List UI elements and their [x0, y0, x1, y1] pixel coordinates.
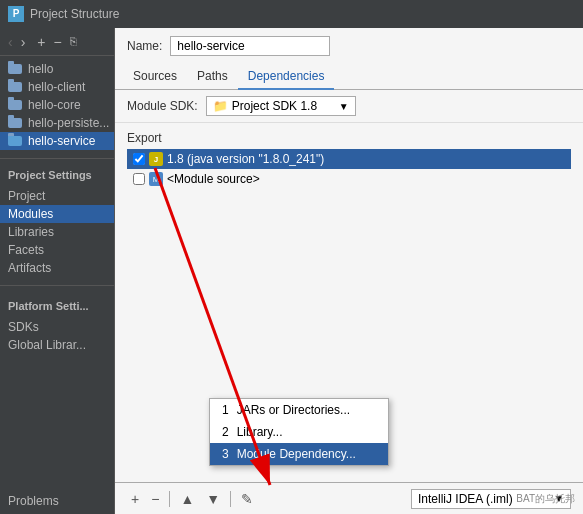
popup-item-jars[interactable]: 1 JARs or Directories... — [210, 399, 388, 421]
watermark: BAT的乌托邦 — [516, 492, 575, 506]
project-settings-nav: Project Modules Libraries Facets Artifac… — [0, 183, 114, 281]
divider-2 — [0, 285, 114, 286]
sidebar-item-project[interactable]: Project — [0, 187, 114, 205]
toolbar-separator-2 — [230, 491, 231, 507]
tab-paths[interactable]: Paths — [187, 64, 238, 90]
sidebar-item-artifacts[interactable]: Artifacts — [0, 259, 114, 277]
sidebar-item-libraries[interactable]: Libraries — [0, 223, 114, 241]
app-icon: P — [8, 6, 24, 22]
module-tree-item-hello-persistence[interactable]: hello-persiste... — [0, 114, 114, 132]
popup-item-library-num: 2 — [222, 425, 229, 439]
move-up-button[interactable]: ▲ — [176, 489, 198, 509]
jdk-icon: J — [149, 152, 163, 166]
dep-jdk-label: 1.8 (java version "1.8.0_241") — [167, 152, 324, 166]
remove-module-button[interactable]: − — [52, 35, 64, 49]
nav-toolbar: ‹ › + − ⎘ — [0, 28, 114, 56]
add-dependency-button[interactable]: + — [127, 489, 143, 509]
tab-sources[interactable]: Sources — [123, 64, 187, 90]
project-settings-section: Project Settings Project Modules Librari… — [0, 163, 114, 281]
module-tree-item-hello[interactable]: hello — [0, 60, 114, 78]
popup-item-module-dep[interactable]: 3 Module Dependency... — [210, 443, 388, 465]
module-tree-item-hello-service[interactable]: hello-service — [0, 132, 114, 150]
sdk-row: Module SDK: 📁 Project SDK 1.8 ▼ — [115, 90, 583, 123]
bottom-toolbar: + − ▲ ▼ ✎ IntelliJ IDEA (.iml) ▼ — [115, 482, 583, 514]
module-tree-item-hello-client[interactable]: hello-client — [0, 78, 114, 96]
nav-forward-button[interactable]: › — [19, 35, 28, 49]
scope-label: IntelliJ IDEA (.iml) — [418, 492, 513, 506]
nav-back-button[interactable]: ‹ — [6, 35, 15, 49]
platform-settings-header: Platform Setti... — [0, 294, 114, 314]
export-label: Export — [127, 131, 571, 145]
add-module-button[interactable]: + — [35, 35, 47, 49]
dependency-list: J 1.8 (java version "1.8.0_241") M <Modu… — [127, 149, 571, 189]
module-tree: hello hello-client hello-core hello-pers… — [0, 56, 114, 154]
project-settings-header: Project Settings — [0, 163, 114, 183]
sidebar-item-modules[interactable]: Modules — [0, 205, 114, 223]
divider-1 — [0, 158, 114, 159]
popup-menu: 1 JARs or Directories... 2 Library... 3 … — [209, 398, 389, 466]
sdk-value: Project SDK 1.8 — [232, 99, 317, 113]
sdk-dropdown-arrow-icon: ▼ — [339, 101, 349, 112]
popup-item-jars-label: JARs or Directories... — [237, 403, 350, 417]
sidebar-item-global-libraries[interactable]: Global Librar... — [0, 336, 114, 354]
sdk-label: Module SDK: — [127, 99, 198, 113]
remove-dependency-button[interactable]: − — [147, 489, 163, 509]
popup-item-jars-num: 1 — [222, 403, 229, 417]
title-bar-text: Project Structure — [30, 7, 119, 21]
name-input[interactable] — [170, 36, 330, 56]
sdk-dropdown[interactable]: 📁 Project SDK 1.8 ▼ — [206, 96, 356, 116]
copy-module-button[interactable]: ⎘ — [68, 36, 79, 47]
edit-dependency-button[interactable]: ✎ — [237, 489, 257, 509]
popup-item-module-dep-label: Module Dependency... — [237, 447, 356, 461]
popup-item-library[interactable]: 2 Library... — [210, 421, 388, 443]
dep-checkbox-module-source[interactable] — [133, 173, 145, 185]
name-label: Name: — [127, 39, 162, 53]
right-panel: Name: Sources Paths Dependencies Module … — [115, 28, 583, 514]
popup-item-module-dep-num: 3 — [222, 447, 229, 461]
sidebar-item-problems[interactable]: Problems — [0, 488, 114, 514]
module-source-icon: M — [149, 172, 163, 186]
dep-item-module-source[interactable]: M <Module source> — [127, 169, 571, 189]
tab-dependencies[interactable]: Dependencies — [238, 64, 335, 90]
popup-item-library-label: Library... — [237, 425, 283, 439]
dep-item-jdk[interactable]: J 1.8 (java version "1.8.0_241") — [127, 149, 571, 169]
platform-settings-nav: SDKs Global Librar... — [0, 314, 114, 358]
title-bar: P Project Structure — [0, 0, 583, 28]
sidebar-item-sdks[interactable]: SDKs — [0, 318, 114, 336]
left-panel: ‹ › + − ⎘ hello hello-client hello-cor — [0, 28, 115, 514]
toolbar-separator — [169, 491, 170, 507]
platform-settings-section: Platform Setti... SDKs Global Librar... — [0, 294, 114, 358]
dep-module-source-label: <Module source> — [167, 172, 260, 186]
tabs-bar: Sources Paths Dependencies — [115, 64, 583, 90]
module-tree-item-hello-core[interactable]: hello-core — [0, 96, 114, 114]
sdk-folder-icon: 📁 — [213, 99, 228, 113]
sidebar-item-facets[interactable]: Facets — [0, 241, 114, 259]
move-down-button[interactable]: ▼ — [202, 489, 224, 509]
name-row: Name: — [115, 28, 583, 64]
dep-checkbox-jdk[interactable] — [133, 153, 145, 165]
